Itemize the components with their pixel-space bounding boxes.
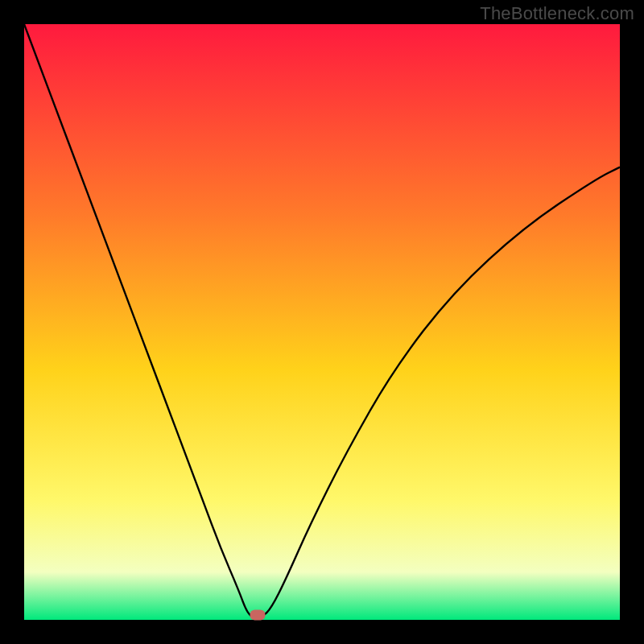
chart-frame: TheBottleneck.com — [0, 0, 644, 644]
gradient-background — [24, 24, 620, 620]
plot-svg — [24, 24, 620, 620]
watermark-text: TheBottleneck.com — [480, 3, 634, 24]
plot-area — [24, 24, 620, 620]
optimum-marker — [250, 610, 266, 621]
